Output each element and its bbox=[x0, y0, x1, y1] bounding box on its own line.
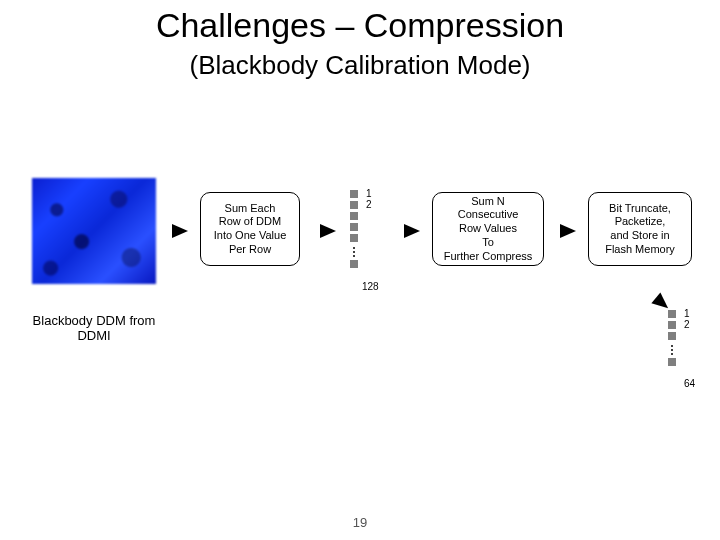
stack-index-top: 1 2 bbox=[684, 308, 690, 330]
arrow-icon bbox=[560, 224, 576, 238]
blackbody-ddm-image bbox=[32, 178, 156, 284]
blackbody-ddm-label: Blackbody DDM from DDMI bbox=[20, 314, 168, 344]
stack-index-top: 1 2 bbox=[366, 188, 372, 210]
stack-index-bottom: 128 bbox=[362, 281, 379, 292]
page-subtitle: (Blackbody Calibration Mode) bbox=[0, 50, 720, 81]
arrow-icon bbox=[172, 224, 188, 238]
row-vector-64 bbox=[668, 310, 676, 369]
page-title: Challenges – Compression bbox=[0, 6, 720, 45]
row-vector-128 bbox=[350, 190, 358, 271]
step-box-sum-rows: Sum Each Row of DDM Into One Value Per R… bbox=[200, 192, 300, 266]
step-box-sum-n: Sum N Consecutive Row Values To Further … bbox=[432, 192, 544, 266]
stack-index-bottom: 64 bbox=[684, 378, 695, 389]
arrow-icon bbox=[404, 224, 420, 238]
page-number: 19 bbox=[0, 515, 720, 530]
arrow-icon bbox=[320, 224, 336, 238]
step-box-truncate: Bit Truncate, Packetize, and Store in Fl… bbox=[588, 192, 692, 266]
